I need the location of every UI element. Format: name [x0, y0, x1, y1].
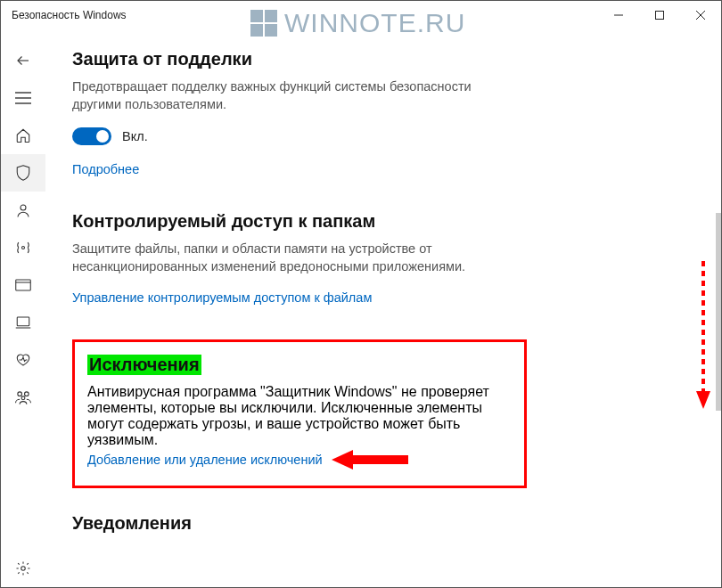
notifications-heading: Уведомления	[72, 513, 500, 534]
svg-rect-1	[656, 12, 664, 20]
svg-point-13	[25, 392, 29, 396]
titlebar: Безопасность Windows	[1, 1, 721, 29]
section-controlled-folder: Контролируемый доступ к папкам Защитите …	[72, 211, 500, 306]
svg-rect-9	[16, 280, 31, 290]
window-controls	[598, 1, 721, 29]
exclusions-heading: Исключения	[87, 355, 201, 375]
annotation-scroll-arrow	[694, 259, 712, 411]
content-area: Защита от подделки Предотвращает подделк…	[45, 29, 721, 587]
section-notifications: Уведомления	[72, 513, 500, 534]
section-tamper-protection: Защита от подделки Предотвращает подделк…	[72, 49, 500, 177]
close-button[interactable]	[680, 1, 721, 29]
folder-heading: Контролируемый доступ к папкам	[72, 211, 500, 232]
sidebar-item-family[interactable]	[1, 379, 45, 416]
folder-manage-link[interactable]: Управление контролируемым доступом к фай…	[72, 290, 372, 305]
svg-rect-11	[17, 317, 29, 326]
sidebar-item-home[interactable]	[1, 117, 45, 154]
exclusions-add-remove-link[interactable]: Добавление или удаление исключений	[87, 453, 323, 467]
menu-button[interactable]	[1, 79, 45, 117]
sidebar	[1, 29, 45, 587]
tamper-desc: Предотвращает подделку важных функций си…	[72, 78, 500, 113]
svg-point-12	[18, 392, 22, 396]
sidebar-item-device[interactable]	[1, 304, 45, 341]
scrollbar[interactable]	[716, 213, 721, 411]
svg-marker-19	[696, 391, 710, 409]
back-button[interactable]	[1, 42, 45, 79]
sidebar-item-virus[interactable]	[1, 154, 45, 192]
window-title: Безопасность Windows	[12, 9, 127, 21]
tamper-toggle[interactable]	[72, 127, 111, 145]
svg-point-8	[22, 247, 25, 249]
sidebar-item-performance[interactable]	[1, 341, 45, 379]
svg-marker-17	[332, 450, 353, 470]
sidebar-item-app[interactable]	[1, 266, 45, 304]
svg-point-7	[21, 205, 26, 210]
sidebar-item-firewall[interactable]	[1, 229, 45, 266]
tamper-more-link[interactable]: Подробнее	[72, 162, 139, 176]
folder-desc: Защитите файлы, папки и области памяти н…	[72, 241, 500, 275]
maximize-button[interactable]	[639, 1, 680, 29]
svg-point-14	[21, 396, 25, 400]
svg-point-15	[21, 567, 26, 571]
tamper-toggle-label: Вкл.	[122, 129, 148, 143]
annotation-arrow-icon	[330, 448, 410, 471]
sidebar-item-account[interactable]	[1, 192, 45, 229]
sidebar-item-settings[interactable]	[1, 550, 45, 587]
exclusions-desc: Антивирусная программа "Защитник Windows…	[87, 384, 508, 448]
minimize-button[interactable]	[598, 1, 639, 29]
tamper-heading: Защита от подделки	[72, 49, 500, 69]
section-exclusions: Исключения Антивирусная программа "Защит…	[72, 339, 527, 488]
